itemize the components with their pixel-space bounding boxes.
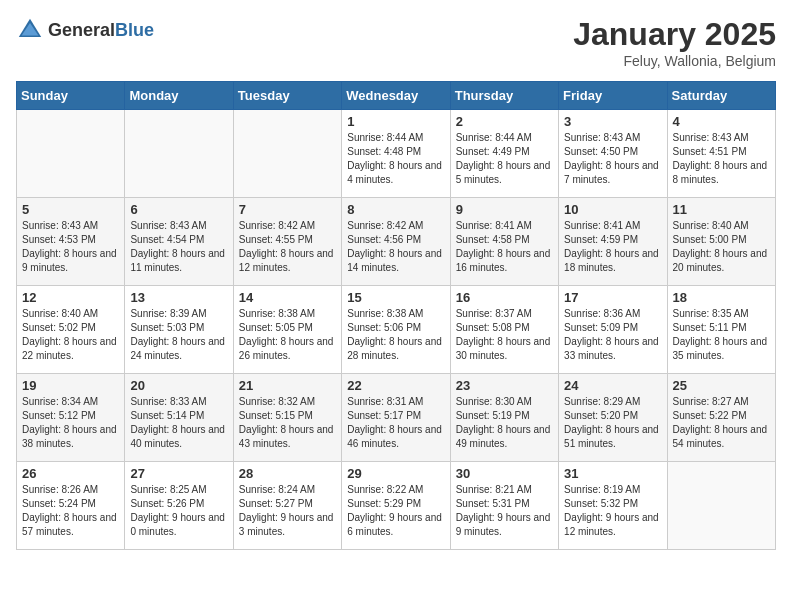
day-info: Sunrise: 8:41 AM Sunset: 4:58 PM Dayligh…	[456, 219, 553, 275]
weekday-header: Saturday	[667, 82, 775, 110]
day-number: 6	[130, 202, 227, 217]
calendar-cell: 24Sunrise: 8:29 AM Sunset: 5:20 PM Dayli…	[559, 374, 667, 462]
day-number: 30	[456, 466, 553, 481]
month-title: January 2025	[573, 16, 776, 53]
day-number: 4	[673, 114, 770, 129]
day-info: Sunrise: 8:21 AM Sunset: 5:31 PM Dayligh…	[456, 483, 553, 539]
day-info: Sunrise: 8:29 AM Sunset: 5:20 PM Dayligh…	[564, 395, 661, 451]
calendar-cell	[125, 110, 233, 198]
day-number: 10	[564, 202, 661, 217]
calendar-cell: 28Sunrise: 8:24 AM Sunset: 5:27 PM Dayli…	[233, 462, 341, 550]
day-info: Sunrise: 8:40 AM Sunset: 5:00 PM Dayligh…	[673, 219, 770, 275]
location-title: Feluy, Wallonia, Belgium	[573, 53, 776, 69]
calendar-cell: 9Sunrise: 8:41 AM Sunset: 4:58 PM Daylig…	[450, 198, 558, 286]
day-info: Sunrise: 8:25 AM Sunset: 5:26 PM Dayligh…	[130, 483, 227, 539]
calendar-cell: 11Sunrise: 8:40 AM Sunset: 5:00 PM Dayli…	[667, 198, 775, 286]
calendar-cell: 8Sunrise: 8:42 AM Sunset: 4:56 PM Daylig…	[342, 198, 450, 286]
day-info: Sunrise: 8:34 AM Sunset: 5:12 PM Dayligh…	[22, 395, 119, 451]
day-number: 23	[456, 378, 553, 393]
day-info: Sunrise: 8:43 AM Sunset: 4:50 PM Dayligh…	[564, 131, 661, 187]
day-number: 24	[564, 378, 661, 393]
day-number: 20	[130, 378, 227, 393]
day-number: 25	[673, 378, 770, 393]
weekday-header: Wednesday	[342, 82, 450, 110]
day-info: Sunrise: 8:44 AM Sunset: 4:48 PM Dayligh…	[347, 131, 444, 187]
calendar-week-row: 1Sunrise: 8:44 AM Sunset: 4:48 PM Daylig…	[17, 110, 776, 198]
day-info: Sunrise: 8:22 AM Sunset: 5:29 PM Dayligh…	[347, 483, 444, 539]
day-number: 26	[22, 466, 119, 481]
day-number: 12	[22, 290, 119, 305]
logo: GeneralBlue	[16, 16, 154, 44]
calendar-week-row: 5Sunrise: 8:43 AM Sunset: 4:53 PM Daylig…	[17, 198, 776, 286]
title-block: January 2025 Feluy, Wallonia, Belgium	[573, 16, 776, 69]
logo-blue-text: Blue	[115, 20, 154, 40]
calendar-cell: 15Sunrise: 8:38 AM Sunset: 5:06 PM Dayli…	[342, 286, 450, 374]
weekday-header: Thursday	[450, 82, 558, 110]
day-info: Sunrise: 8:33 AM Sunset: 5:14 PM Dayligh…	[130, 395, 227, 451]
day-info: Sunrise: 8:27 AM Sunset: 5:22 PM Dayligh…	[673, 395, 770, 451]
day-number: 13	[130, 290, 227, 305]
calendar-cell: 4Sunrise: 8:43 AM Sunset: 4:51 PM Daylig…	[667, 110, 775, 198]
calendar-cell	[667, 462, 775, 550]
calendar-cell: 16Sunrise: 8:37 AM Sunset: 5:08 PM Dayli…	[450, 286, 558, 374]
calendar-cell: 10Sunrise: 8:41 AM Sunset: 4:59 PM Dayli…	[559, 198, 667, 286]
calendar-cell: 13Sunrise: 8:39 AM Sunset: 5:03 PM Dayli…	[125, 286, 233, 374]
calendar-cell: 12Sunrise: 8:40 AM Sunset: 5:02 PM Dayli…	[17, 286, 125, 374]
day-info: Sunrise: 8:36 AM Sunset: 5:09 PM Dayligh…	[564, 307, 661, 363]
day-number: 16	[456, 290, 553, 305]
day-info: Sunrise: 8:19 AM Sunset: 5:32 PM Dayligh…	[564, 483, 661, 539]
day-info: Sunrise: 8:37 AM Sunset: 5:08 PM Dayligh…	[456, 307, 553, 363]
day-number: 1	[347, 114, 444, 129]
day-number: 19	[22, 378, 119, 393]
calendar-cell: 21Sunrise: 8:32 AM Sunset: 5:15 PM Dayli…	[233, 374, 341, 462]
day-number: 5	[22, 202, 119, 217]
weekday-header: Sunday	[17, 82, 125, 110]
calendar-cell: 23Sunrise: 8:30 AM Sunset: 5:19 PM Dayli…	[450, 374, 558, 462]
day-info: Sunrise: 8:30 AM Sunset: 5:19 PM Dayligh…	[456, 395, 553, 451]
calendar-cell: 20Sunrise: 8:33 AM Sunset: 5:14 PM Dayli…	[125, 374, 233, 462]
page-header: GeneralBlue January 2025 Feluy, Wallonia…	[16, 16, 776, 69]
day-info: Sunrise: 8:40 AM Sunset: 5:02 PM Dayligh…	[22, 307, 119, 363]
weekday-header: Friday	[559, 82, 667, 110]
logo-general-text: General	[48, 20, 115, 40]
day-info: Sunrise: 8:43 AM Sunset: 4:53 PM Dayligh…	[22, 219, 119, 275]
calendar-cell: 26Sunrise: 8:26 AM Sunset: 5:24 PM Dayli…	[17, 462, 125, 550]
day-info: Sunrise: 8:39 AM Sunset: 5:03 PM Dayligh…	[130, 307, 227, 363]
calendar-week-row: 12Sunrise: 8:40 AM Sunset: 5:02 PM Dayli…	[17, 286, 776, 374]
day-number: 17	[564, 290, 661, 305]
day-number: 8	[347, 202, 444, 217]
day-info: Sunrise: 8:31 AM Sunset: 5:17 PM Dayligh…	[347, 395, 444, 451]
calendar-cell	[233, 110, 341, 198]
calendar-cell: 7Sunrise: 8:42 AM Sunset: 4:55 PM Daylig…	[233, 198, 341, 286]
day-info: Sunrise: 8:38 AM Sunset: 5:05 PM Dayligh…	[239, 307, 336, 363]
calendar-cell: 3Sunrise: 8:43 AM Sunset: 4:50 PM Daylig…	[559, 110, 667, 198]
calendar-cell: 18Sunrise: 8:35 AM Sunset: 5:11 PM Dayli…	[667, 286, 775, 374]
day-info: Sunrise: 8:26 AM Sunset: 5:24 PM Dayligh…	[22, 483, 119, 539]
day-info: Sunrise: 8:43 AM Sunset: 4:51 PM Dayligh…	[673, 131, 770, 187]
day-number: 3	[564, 114, 661, 129]
calendar-cell: 6Sunrise: 8:43 AM Sunset: 4:54 PM Daylig…	[125, 198, 233, 286]
day-number: 2	[456, 114, 553, 129]
weekday-header: Monday	[125, 82, 233, 110]
logo-icon	[16, 16, 44, 44]
day-number: 7	[239, 202, 336, 217]
weekday-header-row: SundayMondayTuesdayWednesdayThursdayFrid…	[17, 82, 776, 110]
calendar-cell	[17, 110, 125, 198]
day-info: Sunrise: 8:38 AM Sunset: 5:06 PM Dayligh…	[347, 307, 444, 363]
calendar-cell: 17Sunrise: 8:36 AM Sunset: 5:09 PM Dayli…	[559, 286, 667, 374]
day-number: 31	[564, 466, 661, 481]
calendar-cell: 29Sunrise: 8:22 AM Sunset: 5:29 PM Dayli…	[342, 462, 450, 550]
day-info: Sunrise: 8:32 AM Sunset: 5:15 PM Dayligh…	[239, 395, 336, 451]
day-number: 11	[673, 202, 770, 217]
day-info: Sunrise: 8:35 AM Sunset: 5:11 PM Dayligh…	[673, 307, 770, 363]
calendar-week-row: 26Sunrise: 8:26 AM Sunset: 5:24 PM Dayli…	[17, 462, 776, 550]
calendar-cell: 31Sunrise: 8:19 AM Sunset: 5:32 PM Dayli…	[559, 462, 667, 550]
day-info: Sunrise: 8:43 AM Sunset: 4:54 PM Dayligh…	[130, 219, 227, 275]
day-number: 9	[456, 202, 553, 217]
calendar-cell: 14Sunrise: 8:38 AM Sunset: 5:05 PM Dayli…	[233, 286, 341, 374]
day-number: 15	[347, 290, 444, 305]
day-info: Sunrise: 8:42 AM Sunset: 4:55 PM Dayligh…	[239, 219, 336, 275]
weekday-header: Tuesday	[233, 82, 341, 110]
calendar-cell: 30Sunrise: 8:21 AM Sunset: 5:31 PM Dayli…	[450, 462, 558, 550]
calendar-table: SundayMondayTuesdayWednesdayThursdayFrid…	[16, 81, 776, 550]
